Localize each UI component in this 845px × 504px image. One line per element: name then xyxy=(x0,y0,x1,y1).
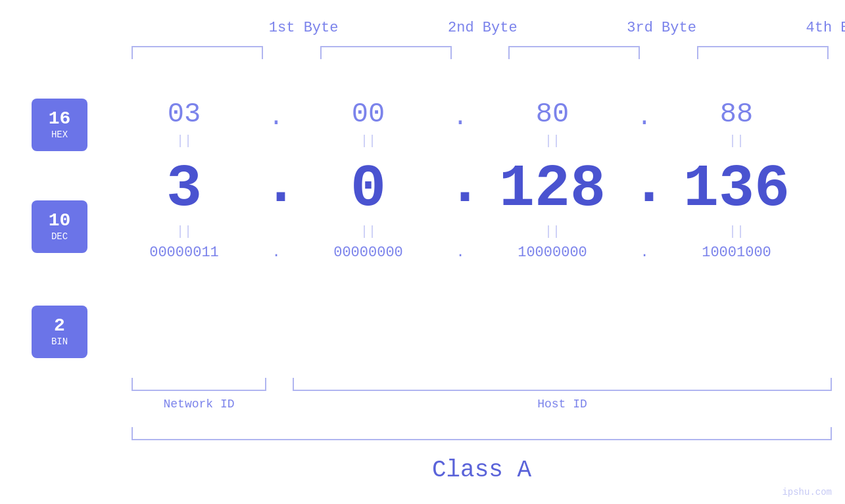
badge-bin-label: BIN xyxy=(51,336,68,347)
bin-value-1: 00000011 xyxy=(149,244,219,261)
dec-cell-1: 3 xyxy=(105,160,263,219)
col-header-4: 4th Byte xyxy=(764,20,845,36)
dot-hex-2: . xyxy=(447,103,473,131)
col-header-1: 1st Byte xyxy=(227,20,380,36)
dot-bin-2: . xyxy=(447,244,473,261)
dot-dec-1: . xyxy=(263,152,289,219)
bin-value-3: 10000000 xyxy=(518,244,587,261)
dec-value-3: 128 xyxy=(499,156,606,223)
bracket-top-3 xyxy=(508,46,640,59)
network-id-label: Network ID xyxy=(132,398,266,411)
eq-2-3: || xyxy=(473,224,631,239)
dot-bin-1: . xyxy=(263,244,289,261)
bracket-top-4 xyxy=(697,46,829,59)
hex-cell-4: 88 xyxy=(658,99,815,130)
bin-value-2: 00000000 xyxy=(333,244,403,261)
dec-row: 3 . 0 . 128 . 136 xyxy=(105,152,829,219)
main-container: 1st Byte 2nd Byte 3rd Byte 4th Byte 16 H… xyxy=(0,0,845,504)
bin-cell-1: 00000011 xyxy=(105,244,263,261)
eq-2-1: || xyxy=(105,224,263,239)
class-bracket xyxy=(132,427,832,440)
column-headers-row: 1st Byte 2nd Byte 3rd Byte 4th Byte xyxy=(227,20,845,36)
hex-row: 03 . 00 . 80 . 88 xyxy=(105,99,829,130)
equals-row-1: || || || || xyxy=(105,133,829,149)
eq-1-4: || xyxy=(658,133,815,149)
bin-row: 00000011 . 00000000 . 10000000 . 1000100… xyxy=(105,244,829,261)
hex-cell-1: 03 xyxy=(105,99,263,130)
hex-value-3: 80 xyxy=(536,99,569,130)
bin-cell-4: 10001000 xyxy=(658,244,815,261)
dec-cell-3: 128 xyxy=(473,160,631,219)
hex-cell-2: 00 xyxy=(289,99,447,130)
dec-value-1: 3 xyxy=(166,156,202,223)
col-header-2: 2nd Byte xyxy=(406,20,559,36)
eq-1-2: || xyxy=(289,133,447,149)
bracket-network xyxy=(132,378,266,391)
dot-dec-2: . xyxy=(447,152,473,219)
top-brackets xyxy=(132,46,829,59)
bin-value-4: 10001000 xyxy=(702,244,771,261)
hex-value-4: 88 xyxy=(720,99,753,130)
bin-cell-3: 10000000 xyxy=(473,244,631,261)
bracket-top-2 xyxy=(320,46,452,59)
bracket-top-1 xyxy=(132,46,263,59)
badge-hex: 16 HEX xyxy=(32,99,87,151)
badge-bin: 2 BIN xyxy=(32,306,87,358)
badge-bin-number: 2 xyxy=(54,317,65,335)
rows-area: 03 . 00 . 80 . 88 || || || || xyxy=(105,59,829,261)
eq-2-2: || xyxy=(289,224,447,239)
badge-hex-label: HEX xyxy=(51,129,68,140)
eq-1-3: || xyxy=(473,133,631,149)
hex-value-1: 03 xyxy=(168,99,201,130)
equals-row-2: || || || || xyxy=(105,224,829,239)
dot-hex-1: . xyxy=(263,103,289,131)
dot-bin-3: . xyxy=(631,244,658,261)
eq-2-4: || xyxy=(658,224,815,239)
id-labels: Network ID Host ID xyxy=(132,398,832,411)
hex-value-2: 00 xyxy=(352,99,385,130)
bracket-host xyxy=(293,378,832,391)
col-header-3: 3rd Byte xyxy=(585,20,738,36)
class-label: Class A xyxy=(132,457,832,484)
badge-dec: 10 DEC xyxy=(32,200,87,253)
dec-value-2: 0 xyxy=(350,156,386,223)
badge-hex-number: 16 xyxy=(49,110,71,128)
eq-1-1: || xyxy=(105,133,263,149)
watermark: ipshu.com xyxy=(782,487,832,497)
badge-dec-number: 10 xyxy=(49,212,71,230)
dec-cell-2: 0 xyxy=(289,160,447,219)
bottom-brackets xyxy=(132,378,832,391)
hex-cell-3: 80 xyxy=(473,99,631,130)
dec-cell-4: 136 xyxy=(658,160,815,219)
dot-hex-3: . xyxy=(631,103,658,131)
host-id-label: Host ID xyxy=(293,398,832,411)
dot-dec-3: . xyxy=(631,152,658,219)
badge-dec-label: DEC xyxy=(51,231,68,242)
dec-value-4: 136 xyxy=(683,156,790,223)
bin-cell-2: 00000000 xyxy=(289,244,447,261)
